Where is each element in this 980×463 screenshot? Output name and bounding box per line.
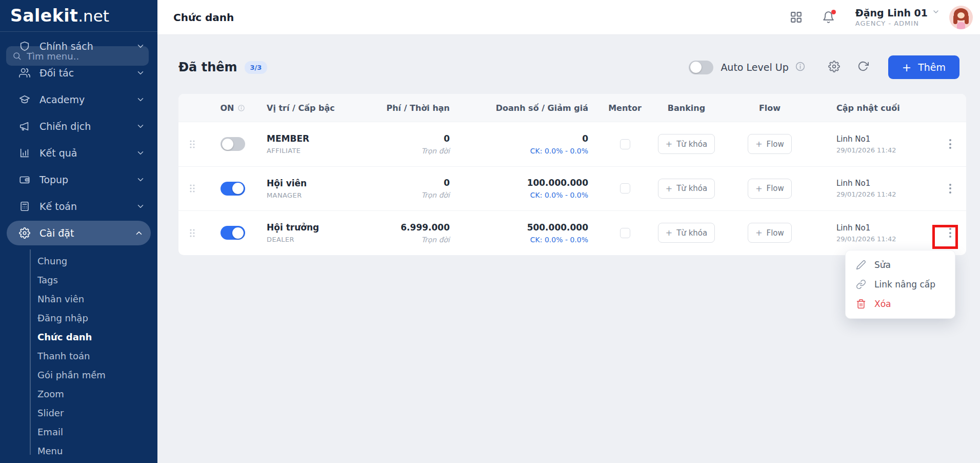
row-on-toggle[interactable] [221,182,245,196]
column-banking: Banking [654,103,718,113]
context-menu-edit[interactable]: Sửa [846,255,955,275]
avatar[interactable] [949,6,973,29]
submenu-item-slider[interactable]: Slider [0,403,157,422]
context-menu-delete[interactable]: Xóa [846,294,955,314]
row-menu-kebab-icon[interactable] [946,136,954,152]
results-icon [18,147,31,159]
info-icon[interactable] [237,104,245,112]
link-icon [856,279,866,290]
info-icon[interactable] [795,61,806,74]
flow-button[interactable]: +Flow [748,134,792,154]
sidebar-item-topup[interactable]: Topup [0,166,157,193]
fee-value: 0 [380,178,450,188]
submenu-item-dang-nhap[interactable]: Đăng nhập [0,308,157,327]
content: Đã thêm 3/3 Auto Level Up + Thêm [157,55,980,255]
column-updated: Cập nhật cuối [821,103,934,113]
mentor-checkbox[interactable] [620,183,630,194]
search-input[interactable] [27,51,134,62]
sidebar-item-cai-dat[interactable]: Cài đặt [7,221,151,245]
accounting-icon [18,200,31,213]
partners-icon [18,67,31,79]
mentor-checkbox[interactable] [620,228,630,238]
role-title: Hội trưởng [267,222,380,233]
column-on: ON [206,103,259,113]
submenu-item-zoom[interactable]: Zoom [0,384,157,403]
topup-icon [18,173,31,186]
gear-icon[interactable] [828,61,840,74]
search-icon [12,51,22,61]
flow-button[interactable]: +Flow [748,179,792,199]
updated-at: 29/01/2026 11:42 [836,146,934,154]
updated-by: Linh No1 [836,134,934,144]
keyword-button[interactable]: +Từ khóa [658,223,715,243]
fee-duration: Trọn đời [380,191,450,199]
column-fee: Phí / Thời hạn [380,103,457,113]
sidebar-item-label: Kế toán [39,201,136,212]
row-on-toggle[interactable] [221,226,245,240]
discount-value: CK: 0.0% - 0.0% [457,147,588,155]
sidebar-item-ket-qua[interactable]: Kết quả [0,140,157,166]
sidebar-item-label: Kết quả [39,147,136,159]
drag-handle-icon[interactable] [178,139,206,149]
keyword-button[interactable]: +Từ khóa [658,179,715,199]
add-button[interactable]: + Thêm [888,55,959,79]
notification-dot [831,10,836,14]
revenue-value: 100.000.000 [457,178,588,188]
fee-value: 6.999.000 [380,222,450,233]
submenu-item-tags[interactable]: Tags [0,271,157,290]
topbar: Chức danh Đặng Linh 01 AGENCY - ADMIN [157,0,980,35]
added-title: Đã thêm [178,60,237,74]
user-menu[interactable]: Đặng Linh 01 AGENCY - ADMIN [855,7,940,27]
column-mentor: Mentor [595,103,654,113]
roles-table: ON Vị trí / Cấp bậc Phí / Thời hạn Doanh… [178,94,966,255]
page-toolbar: Đã thêm 3/3 Auto Level Up + Thêm [178,55,966,79]
sidebar-item-ke-toan[interactable]: Kế toán [0,193,157,220]
refresh-icon[interactable] [857,61,869,74]
row-on-toggle[interactable] [221,137,245,151]
toolbar-right: Auto Level Up + Thêm [689,55,966,79]
sidebar-item-academy[interactable]: Academy [0,86,157,113]
mentor-checkbox[interactable] [620,139,630,149]
updated-at: 29/01/2026 11:42 [836,190,934,198]
submenu-item-chuc-danh[interactable]: Chức danh [0,327,157,346]
keyword-button[interactable]: +Từ khóa [658,134,715,154]
role-subtitle: AFFILIATE [267,147,380,155]
settings-submenu: Chung Tags Nhân viên Đăng nhập Chức danh… [0,246,157,460]
context-menu-upgrade-link[interactable]: Link nâng cấp [846,275,955,294]
table-row: Hội trưởng DEALER 6.999.000 Trọn đời 500… [178,210,966,255]
chevron-down-icon [136,95,145,104]
topbar-right: Đặng Linh 01 AGENCY - ADMIN [790,6,973,29]
table-row: MEMBER AFFILIATE 0 Trọn đời 0 CK: 0.0% -… [178,122,966,166]
column-flow: Flow [718,103,821,113]
settings-icon [18,227,31,239]
apps-grid-icon[interactable] [790,11,803,24]
submenu-item-email[interactable]: Email [0,422,157,441]
sidebar-item-label: Đối tác [39,67,136,79]
submenu-item-thanh-toan[interactable]: Thanh toán [0,346,157,365]
updated-by: Linh No1 [836,179,934,188]
chevron-up-icon [134,228,144,238]
brand-logo[interactable]: Salekit.net [0,0,157,32]
sidebar-search [6,46,149,66]
row-menu-kebab-icon[interactable] [946,225,954,241]
drag-handle-icon[interactable] [178,183,206,194]
drag-handle-icon[interactable] [178,228,206,238]
row-menu-kebab-icon[interactable] [946,181,954,197]
sidebar-item-chien-dich[interactable]: Chiến dịch [0,113,157,140]
plus-icon: + [902,61,911,74]
column-position: Vị trí / Cấp bậc [259,103,380,113]
sidebar-item-label: Topup [39,174,136,185]
submenu-item-menu[interactable]: Menu [0,441,157,460]
chevron-down-icon [136,202,145,211]
submenu-item-chung[interactable]: Chung [0,252,157,271]
auto-level-up-toggle[interactable] [689,61,713,74]
notifications-bell-icon[interactable] [822,11,835,24]
academy-icon [18,93,31,106]
role-subtitle: MANAGER [267,191,380,199]
page-title: Chức danh [173,11,234,24]
table-header-row: ON Vị trí / Cấp bậc Phí / Thời hạn Doanh… [178,94,966,122]
submenu-item-nhan-vien[interactable]: Nhân viên [0,290,157,308]
flow-button[interactable]: +Flow [748,223,792,243]
brand-logo-text: Salekit [10,6,78,26]
submenu-item-goi-phan-mem[interactable]: Gói phần mềm [0,365,157,384]
